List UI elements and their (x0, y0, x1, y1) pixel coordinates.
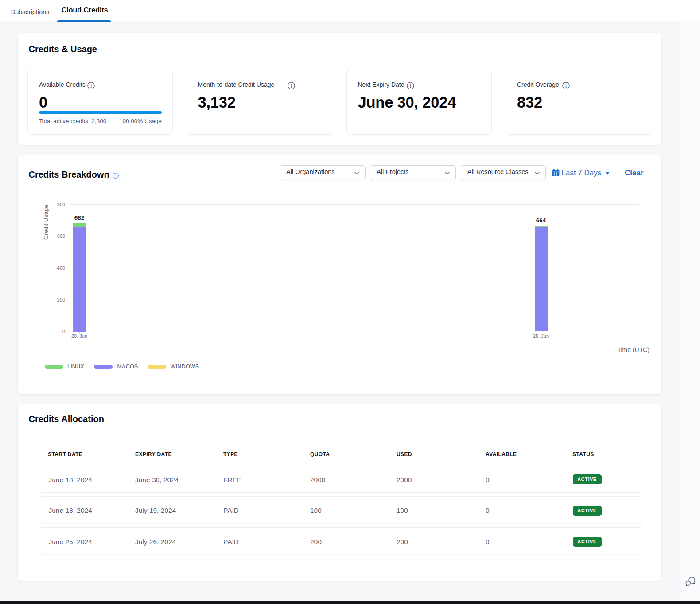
svg-text:i: i (409, 83, 411, 89)
svg-text:i: i (115, 173, 116, 178)
svg-text:i: i (90, 83, 92, 89)
svg-text:i: i (565, 83, 567, 89)
svg-text:i: i (290, 83, 292, 89)
